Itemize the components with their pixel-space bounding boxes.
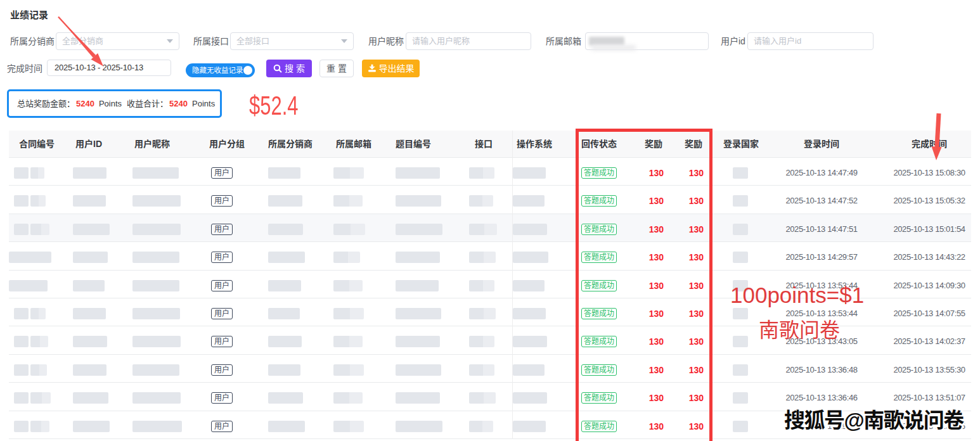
svg-text:搜狐号@南歌说问卷: 搜狐号@南歌说问卷: [784, 409, 964, 432]
